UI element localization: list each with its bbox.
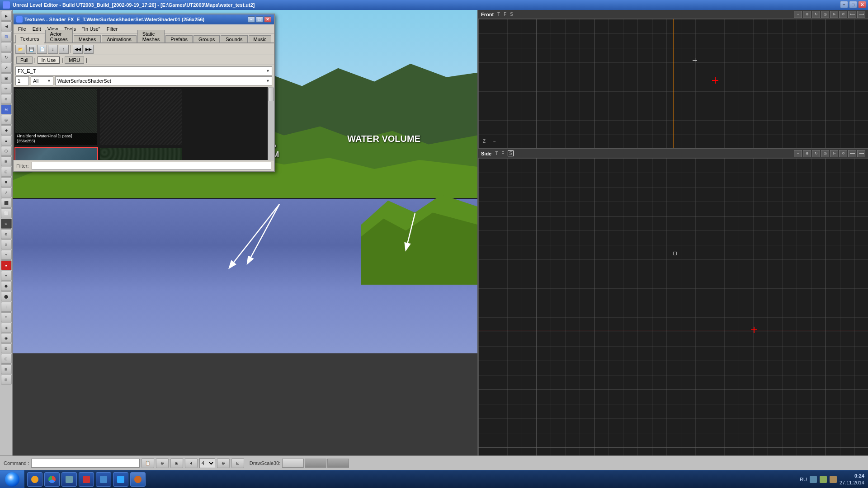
bottom-btn-5[interactable]: ⊕ [217,458,230,468]
viewport-front-grid[interactable]: Z → [478,19,868,148]
viewport-side[interactable]: Side T F S ↔ ⊕ ↻ ◎ ⊳ ↺ ⟵ ⟶ Z → [477,149,868,470]
tab-prefabs[interactable]: Prefabs [165,35,193,42]
toolbar-btn-27[interactable]: ◈ [1,323,12,333]
start-button[interactable] [0,470,24,488]
toolbar-btn-5[interactable]: ⊕ [1,94,12,104]
minimize-button[interactable]: − [840,1,848,8]
toolbar-btn-21[interactable]: ■ [1,260,12,270]
toolbar-btn-15[interactable]: ⬛ [1,198,12,208]
toolbar-btn-31[interactable]: ⊟ [1,364,12,374]
tb-btn-export[interactable]: ↑ [59,45,69,54]
bottom-btn-2[interactable]: ⊕ [156,458,169,468]
toolbar-btn-12[interactable]: ⊟ [1,167,12,177]
texture-scrollbar[interactable] [268,87,274,160]
number-dropdown[interactable]: 1 [15,76,29,85]
tb-btn-new[interactable]: 📄 [37,45,47,54]
toolbar-btn-22[interactable]: ✦ [1,271,12,281]
tab-groups[interactable]: Groups [193,35,220,42]
vp-front-btn7[interactable]: ⟵ [848,11,856,18]
drawscale-box-3[interactable] [327,459,349,468]
tb-btn-open-package[interactable]: 📂 [15,45,25,54]
tab-animations[interactable]: Animations [102,35,136,42]
menu-in-use[interactable]: "In Use" [80,25,103,33]
toolbar-btn-23[interactable]: ⬣ [1,281,12,291]
taskbar-item-chrome[interactable] [44,472,60,487]
vp-side-btn1[interactable]: ↔ [794,150,802,157]
tab-actor-classes[interactable]: Actor Classes [45,30,73,42]
menu-edit[interactable]: Edit [30,25,44,33]
vp-front-btn6[interactable]: ↺ [839,11,847,18]
toolbar-btn-select[interactable]: ▣ [1,73,12,83]
texture-scroll-area[interactable]: FinalBlend WaterFinal [1 pass](256x256) … [14,87,268,160]
toolbar-btn-19[interactable]: X [1,239,12,249]
toolbar-btn-28[interactable]: ◉ [1,333,12,343]
filter-input[interactable] [32,162,272,170]
toolbar-btn-32[interactable]: ⊞ [1,375,12,385]
toolbar-btn-30[interactable]: ⊡ [1,354,12,364]
toolbar-btn-9[interactable]: ▲ [1,136,12,145]
toolbar-btn-brush[interactable]: ✏ [1,84,12,94]
toolbar-btn-24[interactable]: ⬤ [1,291,12,301]
toolbar-btn-25[interactable]: ⊹ [1,302,12,312]
menu-file[interactable]: File [15,25,29,33]
maximize-button[interactable]: □ [849,1,857,8]
toolbar-btn-29[interactable]: ⊠ [1,343,12,353]
tab-music[interactable]: Music [249,35,272,42]
toolbar-btn-10[interactable]: ⬡ [1,146,12,156]
group-dropdown[interactable]: WaterSurfaceShaderSet ▼ [55,76,272,85]
toolbar-btn-7[interactable]: ◎ [1,115,12,125]
vp-side-btn5[interactable]: ⊳ [830,150,838,157]
tab-static-meshes[interactable]: Static Meshes [137,30,165,42]
texture-thumb-2[interactable] [99,88,183,146]
texture-thumb-3[interactable]: Shader WaterShader1 [1 pass](256x256) [14,147,98,160]
drawscale-box-2[interactable] [305,459,326,468]
drawscale-box-1[interactable] [282,459,304,468]
toolbar-btn-8[interactable]: ◆ [1,125,12,135]
command-input[interactable] [31,459,140,468]
vp-front-btn8[interactable]: ⟶ [857,11,865,18]
bottom-btn-6[interactable]: ⊡ [231,458,244,468]
texture-browser-title[interactable]: Textures - Shader FX_E_T.WaterSurfaceSha… [14,14,274,24]
tb-btn-prev[interactable]: ◀◀ [73,45,83,54]
viewport-front[interactable]: Front T F S ↔ ⊕ ↻ ◎ ⊳ ↺ ⟵ ⟶ Z → [477,10,868,149]
bottom-btn-4[interactable]: 4 [185,458,198,468]
toolbar-btn-14[interactable]: ↗ [1,188,12,197]
tb-btn-import[interactable]: ↓ [48,45,58,54]
texture-browser-maximize[interactable]: □ [256,16,263,23]
taskbar-item-photoshop[interactable] [113,472,128,487]
toolbar-btn-1[interactable]: ▶ [1,11,12,21]
toolbar-btn-2[interactable]: ◀ [1,21,12,31]
toolbar-btn-rotate[interactable]: ↻ [1,52,12,62]
taskbar-item-5[interactable] [96,472,111,487]
texture-scrollbar-thumb[interactable] [269,88,274,101]
toolbar-btn-20[interactable]: Y [1,250,12,260]
bottom-btn-3[interactable]: ⊞ [170,458,183,468]
taskbar-item-4[interactable] [79,472,94,487]
toolbar-btn-6[interactable]: M [1,104,12,114]
texture-browser-minimize[interactable]: − [248,16,255,23]
toolbar-btn-13[interactable]: ✖ [1,177,12,187]
toolbar-btn-camera[interactable]: ⊞ [1,32,12,42]
grid-select[interactable]: 481632 [199,458,215,468]
all-dropdown[interactable]: All ▼ [31,76,53,85]
vp-side-btn4[interactable]: ◎ [821,150,829,157]
tab-sounds[interactable]: Sounds [221,35,247,42]
toolbar-btn-26[interactable]: ⌖ [1,312,12,322]
toolbar-btn-17[interactable]: ⊕ [1,219,12,229]
toolbar-btn-scale[interactable]: ⤢ [1,63,12,73]
filter-tab-mru[interactable]: MRU [65,56,84,64]
vp-front-btn5[interactable]: ⊳ [830,11,838,18]
vp-side-btn3[interactable]: ↻ [812,150,820,157]
vp-front-btn1[interactable]: ↔ [794,11,802,18]
toolbar-btn-18[interactable]: ⊗ [1,229,12,239]
bottom-btn-1[interactable]: 📋 [142,458,154,468]
package-dropdown[interactable]: FX_E_T ▼ [15,66,272,75]
taskbar-item-network[interactable] [61,472,77,487]
vp-side-btn7[interactable]: ⟵ [848,150,856,157]
close-button[interactable]: ✕ [858,1,866,8]
toolbar-btn-move[interactable]: ↕ [1,42,12,52]
vp-side-btn8[interactable]: ⟶ [857,150,865,157]
vp-side-btn2[interactable]: ⊕ [803,150,811,157]
tab-textures[interactable]: Textures [15,35,44,43]
vp-front-btn4[interactable]: ◎ [821,11,829,18]
